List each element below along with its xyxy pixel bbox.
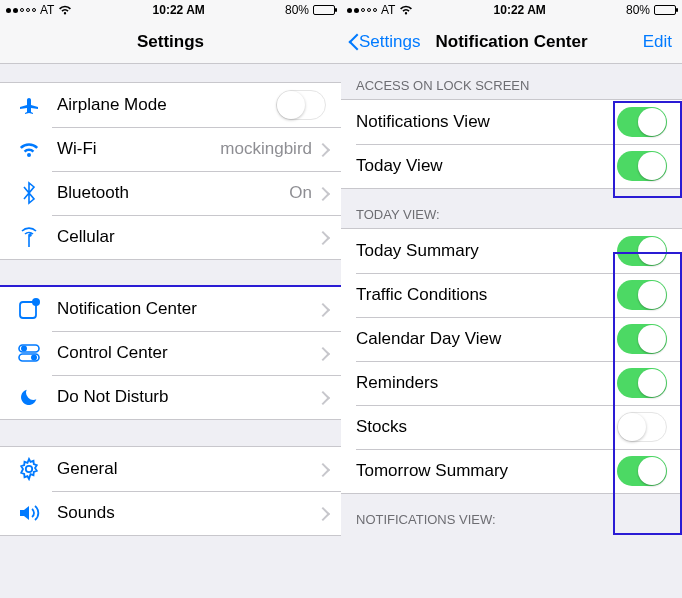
group-general: General Sounds	[0, 446, 341, 536]
chevron-right-icon	[318, 187, 326, 200]
row-general[interactable]: General	[0, 447, 341, 491]
back-button[interactable]: Settings	[349, 32, 420, 52]
row-control-center[interactable]: Control Center	[0, 331, 341, 375]
row-label: Do Not Disturb	[57, 387, 318, 407]
row-tomorrow-summary[interactable]: Tomorrow Summary	[341, 449, 682, 493]
status-bar: AT 10:22 AM 80%	[0, 0, 341, 20]
status-time: 10:22 AM	[494, 3, 546, 17]
row-label: Notification Center	[57, 299, 318, 319]
row-today-summary[interactable]: Today Summary	[341, 229, 682, 273]
row-label: Traffic Conditions	[356, 285, 617, 305]
row-label: Control Center	[57, 343, 318, 363]
row-label: Wi-Fi	[57, 139, 220, 159]
battery-icon	[313, 5, 335, 15]
row-label: Sounds	[57, 503, 318, 523]
notification-center-icon	[15, 295, 43, 323]
settings-screen: AT 10:22 AM 80% Settings Airplane Mode W…	[0, 0, 341, 598]
chevron-right-icon	[318, 143, 326, 156]
row-notification-center[interactable]: Notification Center	[0, 287, 341, 331]
row-bluetooth[interactable]: Bluetooth On	[0, 171, 341, 215]
row-traffic-conditions[interactable]: Traffic Conditions	[341, 273, 682, 317]
group-notifications: Notification Center Control Center Do No…	[0, 286, 341, 420]
signal-dots-icon	[6, 8, 36, 13]
wifi-status-icon	[399, 5, 413, 15]
row-label: Today Summary	[356, 241, 617, 261]
airplane-icon	[15, 91, 43, 119]
today-view-switch[interactable]	[617, 151, 667, 181]
group-access-lock-screen: Notifications View Today View	[341, 99, 682, 189]
battery-icon	[654, 5, 676, 15]
today-summary-switch[interactable]	[617, 236, 667, 266]
row-label: General	[57, 459, 318, 479]
gear-icon	[15, 455, 43, 483]
row-notifications-view[interactable]: Notifications View	[341, 100, 682, 144]
row-label: Calendar Day View	[356, 329, 617, 349]
row-label: Reminders	[356, 373, 617, 393]
battery-pct: 80%	[626, 3, 650, 17]
nav-bar: Settings Notification Center Edit	[341, 20, 682, 64]
notifications-view-switch[interactable]	[617, 107, 667, 137]
chevron-right-icon	[318, 347, 326, 360]
section-header-today: TODAY VIEW:	[341, 189, 682, 228]
row-label: Stocks	[356, 417, 617, 437]
reminders-switch[interactable]	[617, 368, 667, 398]
row-label: Airplane Mode	[57, 95, 276, 115]
row-today-view[interactable]: Today View	[341, 144, 682, 188]
row-do-not-disturb[interactable]: Do Not Disturb	[0, 375, 341, 419]
airplane-switch[interactable]	[276, 90, 326, 120]
chevron-right-icon	[318, 507, 326, 520]
row-label: Today View	[356, 156, 617, 176]
row-airplane-mode[interactable]: Airplane Mode	[0, 83, 341, 127]
row-label: Cellular	[57, 227, 318, 247]
nav-bar: Settings	[0, 20, 341, 64]
chevron-right-icon	[318, 231, 326, 244]
row-wifi[interactable]: Wi-Fi mockingbird	[0, 127, 341, 171]
svg-point-6	[26, 466, 32, 472]
group-today-view: Today Summary Traffic Conditions Calenda…	[341, 228, 682, 494]
back-label: Settings	[359, 32, 420, 52]
svg-point-1	[32, 298, 40, 306]
signal-dots-icon	[347, 8, 377, 13]
bluetooth-icon	[15, 179, 43, 207]
page-title: Notification Center	[435, 32, 587, 52]
speaker-icon	[15, 499, 43, 527]
row-calendar-day-view[interactable]: Calendar Day View	[341, 317, 682, 361]
status-time: 10:22 AM	[153, 3, 205, 17]
calendar-switch[interactable]	[617, 324, 667, 354]
section-header-access: ACCESS ON LOCK SCREEN	[341, 64, 682, 99]
section-header-notifications: NOTIFICATIONS VIEW:	[341, 494, 682, 533]
svg-point-5	[31, 355, 37, 361]
chevron-right-icon	[318, 391, 326, 404]
traffic-switch[interactable]	[617, 280, 667, 310]
row-reminders[interactable]: Reminders	[341, 361, 682, 405]
wifi-icon	[15, 135, 43, 163]
wifi-status-icon	[58, 5, 72, 15]
chevron-right-icon	[318, 463, 326, 476]
page-title: Settings	[137, 32, 204, 52]
row-label: Bluetooth	[57, 183, 289, 203]
row-value: mockingbird	[220, 139, 312, 159]
notification-center-screen: AT 10:22 AM 80% Settings Notification Ce…	[341, 0, 682, 598]
moon-icon	[15, 383, 43, 411]
control-center-icon	[15, 339, 43, 367]
cellular-icon	[15, 223, 43, 251]
row-value: On	[289, 183, 312, 203]
row-sounds[interactable]: Sounds	[0, 491, 341, 535]
row-cellular[interactable]: Cellular	[0, 215, 341, 259]
battery-pct: 80%	[285, 3, 309, 17]
row-label: Tomorrow Summary	[356, 461, 617, 481]
stocks-switch[interactable]	[617, 412, 667, 442]
carrier-label: AT	[40, 3, 54, 17]
group-connectivity: Airplane Mode Wi-Fi mockingbird Bluetoot…	[0, 82, 341, 260]
svg-point-3	[21, 346, 27, 352]
edit-button[interactable]: Edit	[643, 32, 672, 52]
row-label: Notifications View	[356, 112, 617, 132]
tomorrow-switch[interactable]	[617, 456, 667, 486]
chevron-right-icon	[318, 303, 326, 316]
carrier-label: AT	[381, 3, 395, 17]
status-bar: AT 10:22 AM 80%	[341, 0, 682, 20]
row-stocks[interactable]: Stocks	[341, 405, 682, 449]
